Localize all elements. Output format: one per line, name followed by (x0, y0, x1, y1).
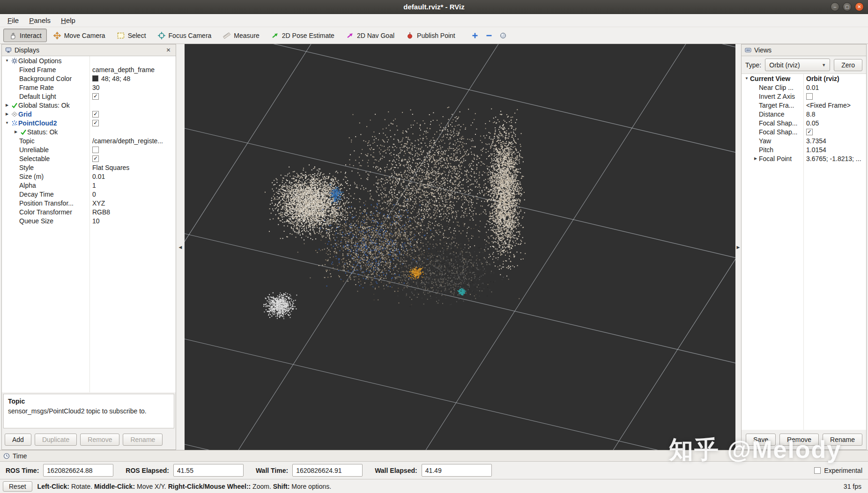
checkbox-unchecked[interactable] (92, 147, 99, 153)
property-value-cell[interactable]: 0.01 (89, 172, 176, 181)
tree-row-distance[interactable]: Distance8.8 (742, 110, 866, 118)
expander-closed-icon[interactable]: ▶ (4, 103, 10, 107)
tree-row-grid[interactable]: ▶Grid✓ (2, 110, 176, 118)
property-value-cell[interactable] (89, 56, 176, 65)
property-value-cell[interactable]: 1.0154 (803, 145, 866, 154)
maximize-button[interactable]: ▢ (843, 2, 852, 11)
collapse-right-arrow-icon[interactable]: ▶ (737, 245, 740, 250)
tree-row-alpha[interactable]: Alpha1 (2, 181, 176, 190)
views-panel-header[interactable]: Views (742, 44, 866, 56)
property-value-cell[interactable]: <Fixed Frame> (803, 101, 866, 110)
property-value-cell[interactable]: 0 (89, 190, 176, 199)
tool-properties-button[interactable] (497, 29, 510, 42)
tree-row-yaw[interactable]: Yaw3.7354 (742, 136, 866, 145)
duplicate-display-button[interactable]: Duplicate (35, 434, 77, 446)
property-value-cell[interactable]: 30 (89, 83, 176, 92)
tree-row-frame-rate[interactable]: Frame Rate30 (2, 83, 176, 92)
tree-row-topic[interactable]: Topic/camera/depth_registe... (2, 136, 176, 145)
property-value-cell[interactable]: 48; 48; 48 (89, 74, 176, 83)
zero-button[interactable]: Zero (834, 59, 862, 71)
tree-row-pointcloud2[interactable]: ▼PointCloud2✓ (2, 118, 176, 127)
remove-display-button[interactable]: Remove (80, 434, 119, 446)
tree-row-selectable[interactable]: Selectable✓ (2, 154, 176, 163)
remove-view-button[interactable]: Remove (779, 434, 819, 446)
experimental-checkbox[interactable] (814, 467, 821, 474)
tree-row-focal-point[interactable]: ▶Focal Point3.6765; -1.8213; ... (742, 154, 866, 163)
property-value-cell[interactable] (89, 145, 176, 154)
viewport-3d[interactable] (185, 44, 735, 450)
titlebar[interactable]: default.rviz* - RViz – ▢ ✕ (0, 0, 868, 14)
expander-open-icon[interactable]: ▼ (4, 121, 10, 125)
property-value-cell[interactable]: ✓ (89, 92, 176, 101)
checkbox-unchecked[interactable] (806, 93, 813, 100)
property-value-cell[interactable]: ✓ (89, 118, 176, 127)
tree-row-global-status-ok[interactable]: ▶Global Status: Ok (2, 101, 176, 110)
checkbox-checked[interactable]: ✓ (92, 111, 99, 118)
tool-2d-pose-estimate[interactable]: 2D Pose Estimate (266, 29, 340, 42)
tree-row-decay-time[interactable]: Decay Time0 (2, 190, 176, 199)
pointcloud-canvas[interactable] (185, 44, 735, 450)
property-value-cell[interactable]: 1 (89, 181, 176, 190)
menu-file[interactable]: File (2, 14, 24, 27)
tree-row-color-transformer[interactable]: Color TransformerRGB8 (2, 207, 176, 216)
tree-row-focal-shap[interactable]: Focal Shap...✓ (742, 127, 866, 136)
tree-row-status-ok[interactable]: ▶Status: Ok (2, 127, 176, 136)
time-panel-header[interactable]: Time (0, 450, 868, 462)
tree-row-background-color[interactable]: Background Color48; 48; 48 (2, 74, 176, 83)
menu-panels[interactable]: Panels (24, 14, 56, 27)
wall-time-input[interactable] (292, 464, 363, 477)
tool-2d-nav-goal[interactable]: 2D Nav Goal (341, 29, 400, 42)
property-value-cell[interactable] (89, 101, 176, 110)
property-value-cell[interactable]: camera_depth_frame (89, 65, 176, 74)
property-value-cell[interactable]: ✓ (803, 127, 866, 136)
property-value-cell[interactable]: 0.01 (803, 83, 866, 92)
displays-close-icon[interactable]: ✕ (164, 46, 172, 54)
rename-display-button[interactable]: Rename (123, 434, 163, 446)
tree-row-target-fra[interactable]: Target Fra...<Fixed Frame> (742, 101, 866, 110)
ros-elapsed-input[interactable] (173, 464, 244, 477)
tree-row-style[interactable]: StyleFlat Squares (2, 163, 176, 172)
tool-move-camera[interactable]: Move Camera (48, 29, 111, 42)
tree-row-current-view[interactable]: ▼Current ViewOrbit (rviz) (742, 74, 866, 83)
tree-row-default-light[interactable]: Default Light✓ (2, 92, 176, 101)
property-value-cell[interactable]: 8.8 (803, 110, 866, 118)
add-tool-button[interactable] (469, 29, 482, 42)
displays-panel-header[interactable]: Displays ✕ (2, 44, 176, 56)
property-value-cell[interactable]: 3.6765; -1.8213; ... (803, 154, 866, 163)
add-display-button[interactable]: Add (5, 434, 31, 446)
tool-interact[interactable]: Interact (3, 29, 47, 42)
checkbox-checked[interactable]: ✓ (806, 129, 813, 135)
property-value-cell[interactable]: RGB8 (89, 207, 176, 216)
tool-select[interactable]: Select (111, 29, 151, 42)
right-splitter[interactable]: ▶ (735, 44, 741, 450)
tree-row-focal-shap[interactable]: Focal Shap...0.05 (742, 118, 866, 127)
close-button[interactable]: ✕ (855, 2, 864, 11)
property-value-cell[interactable] (89, 127, 176, 136)
tree-row-unreliable[interactable]: Unreliable (2, 145, 176, 154)
checkbox-checked[interactable]: ✓ (92, 93, 99, 100)
tree-row-global-options[interactable]: ▼Global Options (2, 56, 176, 65)
rename-view-button[interactable]: Rename (823, 434, 862, 446)
tree-row-near-clip[interactable]: Near Clip ...0.01 (742, 83, 866, 92)
expander-closed-icon[interactable]: ▶ (13, 130, 19, 134)
property-value-cell[interactable]: ✓ (89, 154, 176, 163)
property-value-cell[interactable]: 10 (89, 216, 176, 225)
expander-open-icon[interactable]: ▼ (4, 59, 10, 63)
tree-row-invert-z-axis[interactable]: Invert Z Axis (742, 92, 866, 101)
property-value-cell[interactable]: ✓ (89, 110, 176, 118)
tree-row-fixed-frame[interactable]: Fixed Framecamera_depth_frame (2, 65, 176, 74)
property-value-cell[interactable]: /camera/depth_registe... (89, 136, 176, 145)
tool-measure[interactable]: Measure (217, 29, 264, 42)
property-value-cell[interactable] (803, 92, 866, 101)
property-value-cell[interactable]: XYZ (89, 199, 176, 207)
tree-row-size-m[interactable]: Size (m)0.01 (2, 172, 176, 181)
menu-help[interactable]: Help (56, 14, 81, 27)
collapse-left-arrow-icon[interactable]: ◀ (179, 245, 182, 250)
view-type-select[interactable]: Orbit (rviz) ▼ (765, 59, 830, 71)
property-value-cell[interactable]: 3.7354 (803, 136, 866, 145)
tree-row-position-transfor[interactable]: Position Transfor...XYZ (2, 199, 176, 207)
tool-publish-point[interactable]: Publish Point (401, 29, 460, 42)
left-splitter[interactable]: ◀ (176, 44, 185, 450)
property-value-cell[interactable]: Flat Squares (89, 163, 176, 172)
remove-tool-button[interactable] (483, 29, 496, 42)
